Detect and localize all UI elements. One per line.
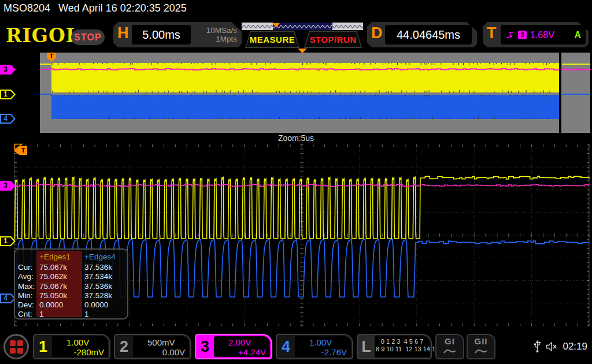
channel1-number: 1 [34,335,52,358]
channel4-inset: 1.00V -2.76V [295,336,351,357]
usb-icon [534,340,541,353]
clock: 02:19 [563,341,587,352]
channel2-offset: 0.00V [136,347,185,357]
rigol-logo: RIGOL [6,24,80,47]
trigger-level-value: 1.68V [530,31,554,39]
menu-grid-icon [10,340,23,354]
h-label: H [117,24,129,42]
measure-row-label: Cur: [18,263,33,272]
measure-value-edges4: 37.534k [84,272,112,281]
datetime: Wed April 16 02:20:35 2025 [58,2,187,14]
delay-box[interactable]: D 44.04645ms [367,22,477,47]
measurement-rows: Cur:75.067k37.536kAvg:75.062k37.534kMax:… [15,263,127,320]
measure-value-edges1: 1 [39,310,44,319]
overview-ch4-tag[interactable]: 4 [0,114,16,124]
d-label: D [371,24,383,42]
measurement-header-edges1: +Edges1 [39,252,82,262]
run-state-badge[interactable]: STOP [71,29,105,45]
measure-row: Cnt:11 [15,310,127,319]
channel2-inset: 500mV 0.00V [133,336,189,357]
measure-value-edges1: 75.050k [39,291,67,300]
zoom-scale-label: Zoom:5us [0,133,592,143]
measure-value-edges4: 0.0000 [84,300,108,310]
channel3-offset: +4.24V [217,347,266,357]
sine-icon [443,348,457,355]
horizontal-settings-box[interactable]: H 5.00ms 10MSa/s 1Mpts [113,22,242,47]
speaker-muted-icon [546,342,558,351]
menu-button[interactable] [3,334,29,359]
main-ch4-tag[interactable]: 4 [0,294,16,303]
falling-edge-icon [505,31,515,39]
channel2-status-box[interactable]: 2 500mV 0.00V [114,334,191,359]
measure-button-label: MEASURE [246,32,298,47]
trigger-left-arrow-icon [14,147,19,155]
trigger-source-badge: 3 [518,31,527,39]
measure-button[interactable]: MEASURE [245,31,299,48]
channel1-inset: 1.00V -280mV [52,336,108,357]
digital-row-8-15: 8 9 10 11 12 13 14 15 [376,346,428,353]
main-ch1-tag[interactable]: 1 [0,236,16,246]
channel1-offset: -280mV [55,347,104,357]
measure-row: Dev:0.00000.0000 [15,300,127,310]
titlebar: MSO8204Wed April 16 02:20:35 2025 [3,2,187,14]
channel3-status-box[interactable]: 3 2.00V +4.24V [195,334,272,359]
status-icons: 02:19 [534,340,587,353]
t-label: T [487,24,497,42]
overview-background [40,53,590,133]
channel4-status-box[interactable]: 4 1.00V -2.76V [276,334,353,359]
measure-row-label: Min: [18,291,33,300]
sine-icon [474,348,488,355]
channel2-scale: 500mV [147,338,175,347]
oscilloscope-screen: MSO8204Wed April 16 02:20:35 2025 RIGOL … [0,0,592,364]
trigger-box[interactable]: T 3 1.68V A [483,22,589,47]
channel3-inset: 2.00V +4.24V [214,336,270,357]
gen2-box[interactable]: GII [467,334,495,359]
channel3-number: 3 [196,335,214,358]
measure-value-edges4: 37.536k [84,282,112,291]
trigger-mode: A [574,31,581,39]
digital-row-0-7: 0 1 2 3 4 5 6 7 [376,338,428,346]
trigger-inset: 3 1.68V A [501,25,586,44]
measure-value-edges4: 37.536k [84,263,112,272]
channel2-number: 2 [115,335,133,358]
main-trigger-badge[interactable]: T [14,146,27,155]
measure-row-label: Cnt: [18,310,32,319]
delay-value: 44.04645ms [385,25,472,44]
main-ch3-tag[interactable]: 3 [0,181,16,191]
model-name: MSO8204 [3,2,50,14]
measure-row-label: Avg: [18,272,34,281]
channel1-status-box[interactable]: 1 1.00V -280mV [33,334,110,359]
measure-row-label: Dev: [18,300,34,310]
gen1-label: GI [436,336,463,347]
digital-label: L [358,335,375,358]
measure-value-edges4: 37.528k [84,291,112,300]
measure-row: Min:75.050k37.528k [15,291,127,300]
gen2-label: GII [468,336,494,347]
overview-ch1-tag[interactable]: 1 [0,90,16,99]
channel4-scale: 1.00V [309,338,332,347]
measure-value-edges1: 75.067k [39,282,67,291]
channel4-offset: -2.76V [298,347,347,357]
stop-run-button-label: STOP/RUN [305,32,361,47]
overview-ch3-tag[interactable]: 3 [0,65,16,75]
measure-value-edges1: 0.0000 [39,300,63,310]
digital-channels-box[interactable]: L 0 1 2 3 4 5 6 7 8 9 10 11 12 13 14 15 [357,334,432,359]
digital-inset: 0 1 2 3 4 5 6 7 8 9 10 11 12 13 14 15 [375,336,430,357]
measurement-panel[interactable]: +Edges1 +Edges4 Cur:75.067k37.536kAvg:75… [14,248,128,320]
measure-value-edges4: 1 [84,310,89,319]
memory-depth: 1Mpts [191,35,237,43]
timebase-value: 5.00ms [132,25,191,44]
channel1-scale: 1.00V [66,338,89,347]
channel3-scale: 2.00V [228,338,251,347]
measure-value-edges1: 75.062k [39,272,67,281]
channel4-number: 4 [277,335,295,358]
acquisition-info: 10MSa/s 1Mpts [191,26,237,43]
memory-position-svg [242,23,363,30]
sample-rate: 10MSa/s [191,26,237,35]
gen1-box[interactable]: GI [435,334,464,359]
measurement-header-edges4: +Edges4 [84,252,127,262]
measure-row-label: Max: [18,282,35,291]
measure-row: Avg:75.062k37.534k [15,272,127,281]
stop-run-button[interactable]: STOP/RUN [304,31,362,48]
measure-value-edges1: 75.067k [39,263,67,272]
